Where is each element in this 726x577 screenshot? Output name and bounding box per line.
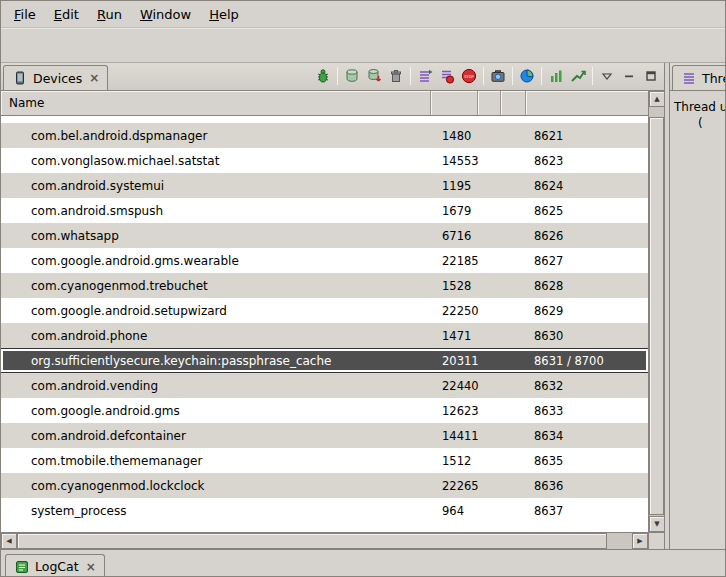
tab-logcat-label: LogCat (35, 559, 79, 574)
cause-gc-icon[interactable] (385, 65, 407, 87)
stop-threads-icon[interactable] (436, 65, 458, 87)
process-table-main: Name com.bel.android.dspmanager14808621c… (1, 91, 648, 532)
column-header-name[interactable]: Name (1, 91, 431, 115)
table-header: Name (1, 91, 648, 116)
horizontal-scroll-track[interactable] (17, 533, 632, 549)
process-port: 8631 / 8700 (526, 354, 648, 368)
process-name: system_process (1, 504, 431, 518)
threads-icon (681, 70, 697, 86)
logcat-icon (14, 559, 30, 575)
table-row[interactable]: com.android.phone14718630 (1, 323, 648, 348)
dump-hprof-icon[interactable] (363, 65, 385, 87)
maximize-icon[interactable] (640, 65, 662, 87)
tab-devices-label: Devices (33, 71, 82, 86)
screenshot-icon[interactable] (487, 65, 509, 87)
table-row[interactable]: com.google.android.gms.wearable221858627 (1, 248, 648, 273)
table-row[interactable]: com.cyanogenmod.lockclock222658636 (1, 473, 648, 498)
table-row[interactable]: com.google.android.setupwizard222508629 (1, 298, 648, 323)
table-row[interactable]: system_process9648637 (1, 498, 648, 523)
process-pid: 22185 (431, 254, 478, 268)
process-name: com.android.smspush (1, 204, 431, 218)
tab-logcat[interactable]: LogCat × (5, 554, 105, 577)
table-row[interactable]: com.android.systemui11958624 (1, 173, 648, 198)
column-header-port[interactable] (526, 91, 648, 115)
process-table: Name com.bel.android.dspmanager14808621c… (1, 91, 664, 532)
scroll-left-icon[interactable]: ◀ (1, 533, 17, 549)
process-port: 8630 (526, 329, 648, 343)
process-name: com.cyanogenmod.trebuchet (1, 279, 431, 293)
table-row[interactable]: com.bel.android.dspmanager14808621 (1, 123, 648, 148)
process-pid: 1512 (431, 454, 478, 468)
tab-devices[interactable]: Devices × (3, 65, 108, 90)
update-threads-icon[interactable] (414, 65, 436, 87)
tab-threads-label: Threads (702, 71, 725, 86)
menu-edit[interactable]: Edit (45, 4, 88, 25)
process-port: 8634 (526, 429, 648, 443)
column-header-empty[interactable] (478, 91, 501, 115)
menu-file[interactable]: File (5, 4, 45, 25)
process-name: com.android.systemui (1, 179, 431, 193)
process-port: 8629 (526, 304, 648, 318)
table-row[interactable]: com.whatsapp67168626 (1, 223, 648, 248)
process-pid: 1471 (431, 329, 478, 343)
column-header-empty[interactable] (501, 91, 526, 115)
devices-view-header: Devices × STOP (1, 63, 664, 91)
table-row-selected[interactable]: org.sufficientlysecure.keychain:passphra… (1, 348, 648, 373)
main-toolbar (1, 27, 725, 63)
table-row[interactable]: com.android.smspush16798625 (1, 198, 648, 223)
debug-process-icon[interactable] (312, 65, 334, 87)
tab-threads[interactable]: Threads (672, 65, 725, 90)
menu-run[interactable]: Run (88, 4, 131, 25)
process-pid: 1528 (431, 279, 478, 293)
process-pid: 6716 (431, 229, 478, 243)
process-port: 8625 (526, 204, 648, 218)
process-pid: 22250 (431, 304, 478, 318)
table-row[interactable]: com.android.vending224408632 (1, 373, 648, 398)
threads-message: Thread up( (670, 91, 725, 549)
menu-window[interactable]: Window (131, 4, 200, 25)
close-icon[interactable]: × (87, 71, 99, 85)
start-profiling-icon[interactable] (545, 65, 567, 87)
threads-view: Threads Thread up( (669, 63, 725, 549)
toolbar-separator (337, 67, 338, 85)
scroll-down-icon[interactable]: ▼ (649, 516, 664, 532)
network-stats-icon[interactable] (567, 65, 589, 87)
close-icon[interactable]: × (84, 560, 96, 574)
process-port: 8635 (526, 454, 648, 468)
threads-message-line: Thread up (674, 99, 725, 115)
table-row[interactable]: com.android.defcontainer144118634 (1, 423, 648, 448)
process-name: com.android.vending (1, 379, 431, 393)
update-heap-icon[interactable] (341, 65, 363, 87)
process-name: com.bel.android.dspmanager (1, 129, 431, 143)
toolbar-separator (483, 67, 484, 85)
vertical-scroll-thumb[interactable] (649, 117, 664, 515)
process-table-body: com.bel.android.dspmanager14808621com.vo… (1, 116, 648, 532)
process-port: 8624 (526, 179, 648, 193)
scroll-right-icon[interactable]: ▶ (632, 533, 648, 549)
logcat-bar: LogCat × (1, 549, 725, 577)
device-icon (12, 70, 28, 86)
process-port: 8627 (526, 254, 648, 268)
table-row[interactable]: com.google.android.gms126238633 (1, 398, 648, 423)
table-row[interactable]: com.cyanogenmod.trebuchet15288628 (1, 273, 648, 298)
process-name: com.whatsapp (1, 229, 431, 243)
system-info-icon[interactable] (516, 65, 538, 87)
process-port: 8632 (526, 379, 648, 393)
minimize-icon[interactable] (618, 65, 640, 87)
horizontal-scroll-thumb[interactable] (17, 533, 607, 549)
view-menu-icon[interactable] (596, 65, 618, 87)
stop-process-icon[interactable]: STOP (458, 65, 480, 87)
process-port: 8637 (526, 504, 648, 518)
process-name: com.android.phone (1, 329, 431, 343)
horizontal-scrollbar[interactable]: ◀ ▶ (1, 532, 664, 549)
column-header-pid[interactable] (431, 91, 478, 115)
menu-help[interactable]: Help (200, 4, 248, 25)
process-pid: 14553 (431, 154, 478, 168)
vertical-scroll-track[interactable] (649, 107, 664, 516)
table-row[interactable]: com.vonglasow.michael.satstat145538623 (1, 148, 648, 173)
vertical-scrollbar[interactable]: ▲ ▼ (648, 91, 664, 532)
toolbar-separator (592, 67, 593, 85)
process-port: 8626 (526, 229, 648, 243)
scroll-up-icon[interactable]: ▲ (649, 91, 664, 107)
table-row[interactable]: com.tmobile.thememanager15128635 (1, 448, 648, 473)
